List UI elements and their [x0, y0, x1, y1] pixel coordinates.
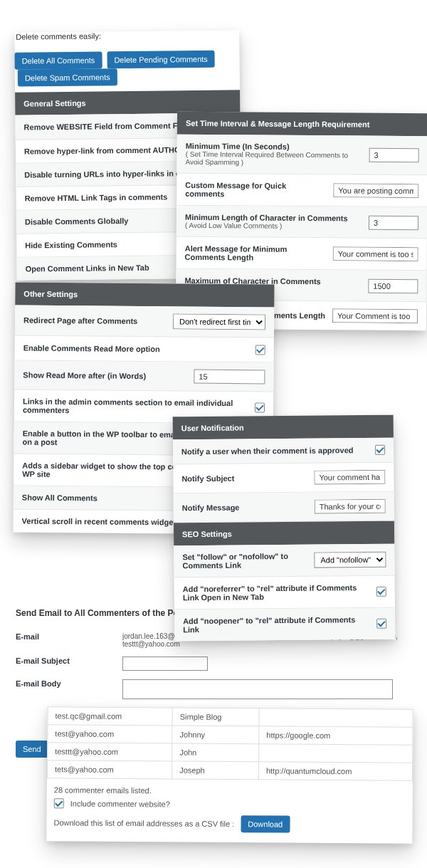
setting-row: Alert Message for Minimum Comments Lengt… — [176, 237, 427, 271]
setting-row: Custom Message for Quick comments — [176, 174, 427, 207]
setting-row: Add "noopener" to "rel" attribute if Com… — [174, 608, 395, 642]
noopener-checkbox[interactable] — [376, 619, 386, 629]
delete-spam-button[interactable]: Delete Spam Comments — [18, 68, 117, 86]
redirect-select[interactable]: Don't redirect first time commenters — [173, 313, 265, 330]
setting-row: Enable Comments Read More option — [15, 335, 274, 362]
follow-select[interactable]: Add "nofollow" — [314, 552, 386, 568]
delete-all-button[interactable]: Delete All Comments — [14, 51, 102, 69]
email-subject-label: E-mail Subject — [16, 657, 108, 665]
setting-label: Alert Message for Minimum Comments Lengt… — [185, 244, 326, 262]
setting-label: Show Read More after (in Words) — [23, 371, 186, 381]
download-button[interactable]: Download — [241, 815, 290, 832]
setting-label: Notify Subject — [181, 474, 307, 483]
email-subject-input[interactable] — [122, 657, 208, 671]
commenter-table: test.qc@gmail.comSimple Blog test@yahoo.… — [47, 706, 413, 781]
download-label: Download this list of email addresses as… — [53, 818, 234, 828]
setting-row: Add "noreferrer" to "rel" attribute if C… — [174, 576, 395, 610]
notify-approved-checkbox[interactable] — [375, 445, 385, 455]
table-row: test.qc@gmail.comSimple Blog — [48, 707, 413, 728]
setting-label: Enable Comments Read More option — [23, 344, 248, 355]
noreferrer-checkbox[interactable] — [376, 587, 386, 597]
setting-label: Minimum Time (In Seconds)( Set Time Inte… — [186, 142, 362, 167]
table-row: testtt@yahoo.comJohn — [48, 743, 413, 763]
notify-subject-input[interactable] — [314, 470, 385, 485]
setting-label: Add "noopener" to "rel" attribute if Com… — [183, 615, 369, 634]
setting-row: Notify Message — [174, 492, 394, 523]
setting-label: Custom Message for Quick comments — [185, 181, 326, 199]
min-time-input[interactable] — [369, 148, 419, 162]
quick-msg-input[interactable] — [333, 183, 418, 198]
delete-pending-button[interactable]: Delete Pending Comments — [107, 51, 215, 69]
table-row: test@yahoo.comJohnnyhttps://google.com — [48, 725, 413, 746]
setting-label: Notify Message — [182, 503, 307, 513]
setting-label: Set "follow" or "nofollow" to Comments L… — [182, 552, 307, 570]
seo-settings-header: SEO Settings — [174, 521, 394, 546]
setting-label: Redirect Page after Comments — [23, 316, 166, 326]
email-body-label: E-mail Body — [16, 679, 108, 688]
other-settings-header: Other Settings — [15, 282, 274, 307]
readmore-checkbox[interactable] — [255, 345, 265, 355]
include-website-checkbox[interactable] — [54, 798, 64, 808]
commenter-table-panel: test.qc@gmail.comSimple Blog test@yahoo.… — [46, 706, 413, 844]
setting-row: Notify a user when their comment is appr… — [173, 438, 394, 465]
admin-email-link-checkbox[interactable] — [255, 402, 265, 412]
max-alert-input[interactable] — [332, 308, 418, 323]
setting-label: Links in the admin comments section to e… — [23, 397, 248, 417]
readmore-words-input[interactable] — [194, 370, 265, 385]
setting-row: Minimum Time (In Seconds)( Set Time Inte… — [176, 135, 427, 175]
notify-message-input[interactable] — [315, 499, 386, 514]
delete-buttons-row: Delete All Comments Delete Pending Comme… — [14, 50, 240, 92]
setting-row: Minimum Length of Character in Comments(… — [176, 206, 427, 239]
email-body-input[interactable] — [122, 679, 393, 699]
emails-listed-caption: 28 commenter emails listed. — [47, 778, 413, 801]
setting-row: Notify Subject — [173, 463, 394, 494]
setting-row: Redirect Page after Comments Don't redir… — [15, 305, 274, 338]
setting-row: Show Read More after (in Words) — [14, 360, 273, 392]
setting-label: Minimum Length of Character in Comments(… — [185, 213, 362, 231]
send-button[interactable]: Send — [16, 741, 48, 758]
setting-label: Add "noreferrer" to "rel" attribute if C… — [183, 583, 369, 602]
setting-label: Notify a user when their comment is appr… — [181, 446, 368, 456]
max-length-input[interactable] — [368, 278, 418, 293]
delete-intro: Delete comments easily: — [14, 30, 239, 45]
include-website-label: Include commenter website? — [70, 799, 170, 808]
user-notification-header: User Notification — [173, 415, 394, 440]
min-alert-input[interactable] — [333, 246, 418, 261]
setting-row: Set "follow" or "nofollow" to Comments L… — [174, 544, 394, 578]
min-length-input[interactable] — [369, 215, 418, 229]
table-row: tets@yahoo.comJosephhttp://quantumcloud.… — [47, 760, 412, 781]
notification-seo-panel: User Notification Notify a user when the… — [173, 415, 396, 642]
time-interval-header: Set Time Interval & Message Length Requi… — [177, 112, 427, 136]
email-label: E-mail — [16, 632, 108, 641]
